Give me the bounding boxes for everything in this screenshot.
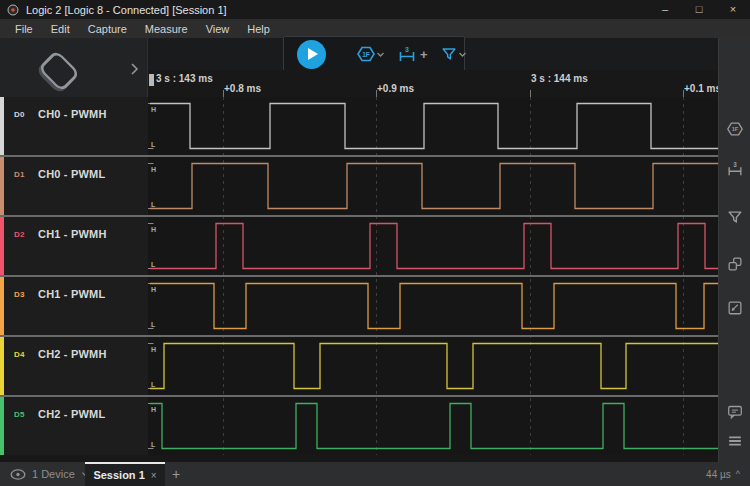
waveform-d0[interactable]: HL xyxy=(148,97,718,155)
svg-text:L: L xyxy=(151,141,156,148)
channel-label-d2[interactable]: D2CH1 - PWMH xyxy=(0,217,148,275)
sidebar-annotations-icon[interactable] xyxy=(726,298,744,316)
bottom-gap xyxy=(0,455,718,462)
waveform-d2[interactable]: HL xyxy=(148,217,718,275)
add-session-button[interactable]: + xyxy=(166,462,186,486)
play-icon xyxy=(308,48,318,60)
device-panel[interactable] xyxy=(0,38,148,97)
chevron-down-icon xyxy=(458,51,467,58)
channel-name: CH0 - PWML xyxy=(38,168,105,180)
app-window: Logic 2 [Logic 8 - Connected] [Session 1… xyxy=(0,0,750,486)
svg-text:H: H xyxy=(151,166,156,173)
channel-label-d3[interactable]: D3CH1 - PWML xyxy=(0,277,148,335)
timeline-label: +0.9 ms xyxy=(377,83,414,94)
title-bar: Logic 2 [Logic 8 - Connected] [Session 1… xyxy=(0,0,750,19)
channel-label-d1[interactable]: D1CH0 - PWML xyxy=(0,157,148,215)
svg-text:L: L xyxy=(151,261,156,268)
svg-text:L: L xyxy=(151,381,156,388)
timeline-tick xyxy=(530,90,531,97)
channel-color-strip xyxy=(0,97,4,155)
channel-color-strip xyxy=(0,397,4,455)
svg-text:1F: 1F xyxy=(732,126,739,132)
channel-id: D2 xyxy=(14,230,25,239)
waveform-d4[interactable]: HL xyxy=(148,337,718,395)
svg-text:L: L xyxy=(151,201,156,208)
svg-text:H: H xyxy=(151,286,156,293)
timeline-label: 3 s : 143 ms xyxy=(156,73,213,84)
window-title: Logic 2 [Logic 8 - Connected] [Session 1… xyxy=(26,4,227,16)
channel-id: D5 xyxy=(14,410,25,419)
channel-name: CH2 - PWML xyxy=(38,408,105,420)
caret-up-icon: ^ xyxy=(736,469,740,479)
timeline-label: +0.1 ms xyxy=(684,83,721,94)
sidebar-feedback-icon[interactable] xyxy=(726,402,744,420)
waveform-d5[interactable]: HL xyxy=(148,397,718,455)
sidebar-analyzers-icon[interactable] xyxy=(726,255,744,273)
tab-close-icon[interactable]: × xyxy=(151,470,157,481)
channel-row-d1: D1CH0 - PWMLHL xyxy=(0,157,718,215)
channel-row-d5: D5CH2 - PWMLHL xyxy=(0,397,718,455)
svg-text:H: H xyxy=(151,346,156,353)
channel-rows: D0CH0 - PWMHHLD1CH0 - PWMLHLD2CH1 - PWMH… xyxy=(0,97,718,455)
tab-session-1[interactable]: Session 1 × xyxy=(85,462,165,486)
device-count-label: 1 Device xyxy=(32,468,75,480)
channel-label-d5[interactable]: D5CH2 - PWML xyxy=(0,397,148,455)
filter-menu-button[interactable] xyxy=(440,45,467,63)
menu-item-view[interactable]: View xyxy=(199,21,237,37)
menu-item-measure[interactable]: Measure xyxy=(138,21,195,37)
channel-color-strip xyxy=(0,157,4,215)
menu-item-file[interactable]: File xyxy=(8,21,40,37)
close-button[interactable]: × xyxy=(716,0,750,19)
sidebar-menu-lines-icon[interactable] xyxy=(726,432,744,450)
channel-row-d4: D4CH2 - PWMHHL xyxy=(0,337,718,395)
trigger-menu-button[interactable]: 1F xyxy=(356,44,385,64)
channel-name: CH0 - PWMH xyxy=(38,108,107,120)
timeline-tick xyxy=(683,90,684,97)
channel-color-strip xyxy=(0,277,4,335)
timeline-ruler[interactable]: 3 s : 143 ms+0.8 ms+0.9 ms3 s : 144 ms+0… xyxy=(148,70,718,97)
chevron-down-icon xyxy=(376,51,385,58)
waveform-d3[interactable]: HL xyxy=(148,277,718,335)
measure-icon: 3 xyxy=(397,44,417,64)
channel-row-d0: D0CH0 - PWMHHL xyxy=(0,97,718,155)
channel-id: D1 xyxy=(14,170,25,179)
channel-id: D0 xyxy=(14,110,25,119)
channel-name: CH2 - PWMH xyxy=(38,348,107,360)
menu-item-capture[interactable]: Capture xyxy=(81,21,134,37)
sidebar-measure-icon[interactable]: 3 xyxy=(726,160,744,178)
channel-id: D4 xyxy=(14,350,25,359)
zoom-scale-label: 44 µs xyxy=(706,469,731,480)
channel-name: CH1 - PWML xyxy=(38,288,105,300)
status-bar: 1 Device Session 1 × + 44 µs ^ xyxy=(0,462,750,486)
plus-icon: + xyxy=(420,48,428,61)
maximize-button[interactable]: □ xyxy=(682,0,716,19)
device-logo-icon xyxy=(10,469,26,480)
timeline-tick xyxy=(376,90,377,97)
svg-text:1F: 1F xyxy=(362,51,370,58)
right-sidebar: 1F3 xyxy=(718,38,750,462)
waveform-d1[interactable]: HL xyxy=(148,157,718,215)
start-capture-button[interactable] xyxy=(297,40,326,69)
sidebar-trigger-icon[interactable]: 1F xyxy=(726,120,744,138)
channel-id: D3 xyxy=(14,290,25,299)
svg-text:L: L xyxy=(151,321,156,328)
zoom-scale-control[interactable]: 44 µs ^ xyxy=(706,462,740,486)
session-tab-label: Session 1 xyxy=(93,469,144,481)
channel-label-d0[interactable]: D0CH0 - PWMH xyxy=(0,97,148,155)
svg-text:3: 3 xyxy=(733,161,737,168)
minimize-button[interactable]: – xyxy=(648,0,682,19)
menu-item-edit[interactable]: Edit xyxy=(44,21,77,37)
sidebar-filter-icon[interactable] xyxy=(726,208,744,226)
timeline-origin-marker xyxy=(149,74,154,86)
menu-item-help[interactable]: Help xyxy=(240,21,277,37)
channel-color-strip xyxy=(0,337,4,395)
device-icon xyxy=(38,50,81,93)
timeline-label: +0.8 ms xyxy=(224,83,261,94)
channel-color-strip xyxy=(0,217,4,275)
device-selector[interactable]: 1 Device xyxy=(10,468,89,480)
trigger-icon: 1F xyxy=(356,44,376,64)
channel-label-d4[interactable]: D4CH2 - PWMH xyxy=(0,337,148,395)
svg-text:H: H xyxy=(151,106,156,113)
add-measurement-button[interactable]: 3 + xyxy=(397,44,428,64)
chevron-right-icon[interactable] xyxy=(130,62,139,76)
